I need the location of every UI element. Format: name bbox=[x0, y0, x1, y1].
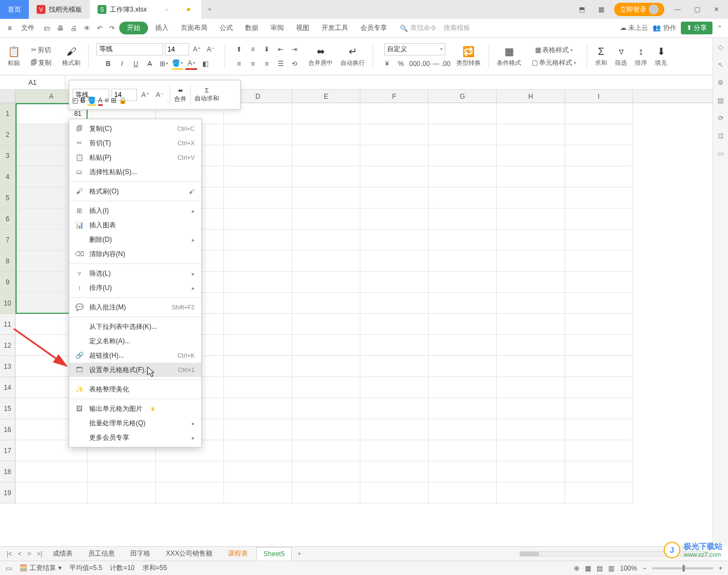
cell[interactable] bbox=[88, 461, 156, 482]
h-scrollbar[interactable] bbox=[520, 551, 708, 557]
cell[interactable] bbox=[292, 419, 360, 440]
mini-align-icon[interactable]: ≡ bbox=[105, 96, 109, 106]
cell[interactable] bbox=[88, 482, 156, 503]
mini-sum-button[interactable]: Σ自动求和 bbox=[195, 87, 219, 103]
cell[interactable] bbox=[565, 251, 633, 272]
ctx-insert-chart[interactable]: 📊插入图表 bbox=[69, 218, 201, 232]
cell-style-button[interactable]: ▢ 单元格样式▾ bbox=[529, 57, 579, 69]
mini-shrink-icon[interactable]: A⁻ bbox=[154, 89, 166, 100]
cell[interactable] bbox=[292, 314, 360, 335]
inc-dec-icon[interactable]: .00→ bbox=[422, 58, 435, 70]
cell[interactable] bbox=[224, 482, 292, 503]
mini-merge-button[interactable]: ⬌合并 bbox=[174, 87, 186, 103]
percent-icon[interactable]: % bbox=[395, 58, 407, 70]
cell[interactable] bbox=[429, 293, 497, 314]
status-mode-icon[interactable]: ▭ bbox=[6, 564, 12, 572]
ctx-cut[interactable]: ✂剪切(T)Ctrl+X bbox=[69, 136, 201, 150]
mini-grow-icon[interactable]: A⁺ bbox=[139, 89, 151, 100]
cell[interactable] bbox=[292, 356, 360, 377]
cell[interactable] bbox=[360, 208, 429, 230]
cell[interactable] bbox=[224, 461, 292, 482]
add-sheet-button[interactable]: + bbox=[293, 550, 306, 558]
shrink-font-icon[interactable]: A⁻ bbox=[205, 43, 217, 55]
align-bot-icon[interactable]: ⬇ bbox=[261, 43, 273, 55]
cell[interactable] bbox=[429, 314, 497, 335]
cell[interactable] bbox=[360, 377, 429, 398]
redo-icon[interactable]: ↷ bbox=[107, 22, 117, 34]
row-header[interactable]: 13 bbox=[0, 356, 16, 377]
cell[interactable] bbox=[429, 166, 497, 187]
mini-border-icon[interactable]: ⊞ bbox=[111, 96, 116, 106]
cell[interactable] bbox=[429, 398, 497, 419]
share-button[interactable]: ⬆ 分享 bbox=[681, 22, 712, 34]
cell[interactable] bbox=[429, 461, 497, 482]
cell[interactable] bbox=[224, 335, 292, 356]
wrap-button[interactable]: ↵自动换行 bbox=[338, 40, 367, 73]
cell[interactable] bbox=[497, 272, 565, 293]
cell[interactable] bbox=[292, 377, 360, 398]
row-header[interactable]: 3 bbox=[0, 145, 16, 166]
row-header[interactable]: 14 bbox=[0, 377, 16, 398]
undo-icon[interactable]: ↶ bbox=[95, 22, 105, 34]
sort-button[interactable]: ↕排序 bbox=[633, 40, 649, 73]
cell[interactable] bbox=[429, 251, 497, 272]
merge-button[interactable]: ⬌合并居中 bbox=[306, 40, 335, 73]
sheet-tab-3[interactable]: XXX公司销售额 bbox=[159, 546, 220, 561]
row-header[interactable]: 7 bbox=[0, 230, 16, 251]
sheet-nav-last[interactable]: >| bbox=[34, 550, 44, 558]
fill-color-icon[interactable]: 🪣▾ bbox=[171, 58, 184, 70]
maximize-button[interactable]: ▢ bbox=[691, 3, 704, 16]
mini-highlight-icon[interactable]: ◰ bbox=[72, 96, 78, 106]
type-convert-button[interactable]: 🔁类型转换 bbox=[454, 40, 483, 73]
cell[interactable] bbox=[224, 187, 292, 208]
cell[interactable] bbox=[565, 335, 633, 356]
mini-bold-icon[interactable]: B bbox=[80, 96, 85, 106]
font-size-select[interactable] bbox=[165, 43, 189, 55]
side-select-icon[interactable]: ↖ bbox=[718, 61, 724, 69]
menu-data[interactable]: 数据 bbox=[240, 21, 263, 35]
cell[interactable] bbox=[360, 293, 429, 314]
cell[interactable] bbox=[224, 166, 292, 187]
cell[interactable] bbox=[497, 419, 565, 440]
cell[interactable] bbox=[360, 251, 429, 272]
preview-icon[interactable]: 👁 bbox=[82, 22, 93, 34]
cell[interactable] bbox=[224, 356, 292, 377]
cell[interactable] bbox=[224, 272, 292, 293]
cell[interactable] bbox=[565, 419, 633, 440]
strike-icon[interactable]: A̶ bbox=[144, 58, 156, 70]
mini-fill-icon[interactable]: 🪣 bbox=[88, 96, 96, 106]
cell[interactable] bbox=[224, 440, 292, 461]
menu-insert[interactable]: 插入 bbox=[150, 21, 174, 35]
cell[interactable] bbox=[565, 272, 633, 293]
eraser-icon[interactable]: ◧ bbox=[199, 58, 211, 70]
table-style-button[interactable]: ▦ 表格样式▾ bbox=[532, 44, 576, 57]
ctx-more-vip[interactable]: 更多会员专享▸ bbox=[69, 430, 201, 445]
cell[interactable] bbox=[565, 293, 633, 314]
sheet-tab-2[interactable]: 田字格 bbox=[123, 546, 157, 561]
ctx-to-image[interactable]: 🖼输出单元格为图片♛ bbox=[69, 401, 201, 416]
cell[interactable] bbox=[16, 482, 88, 503]
align-top-icon[interactable]: ⬆ bbox=[233, 43, 245, 55]
cell[interactable] bbox=[292, 208, 360, 230]
cell[interactable] bbox=[292, 335, 360, 356]
brush-group[interactable]: 🖌格式刷 bbox=[60, 40, 83, 73]
cell[interactable] bbox=[360, 419, 429, 440]
cell[interactable] bbox=[360, 461, 429, 482]
cell[interactable] bbox=[565, 398, 633, 419]
cond-format-button[interactable]: ▦条件格式 bbox=[495, 40, 523, 73]
cell[interactable] bbox=[497, 230, 565, 251]
row-header[interactable]: 1 bbox=[0, 103, 16, 124]
cell[interactable] bbox=[429, 377, 497, 398]
cell[interactable] bbox=[292, 293, 360, 314]
cell[interactable] bbox=[156, 461, 224, 482]
border-icon[interactable]: ⊞▾ bbox=[157, 58, 170, 70]
row-header[interactable]: 15 bbox=[0, 398, 16, 419]
cell[interactable] bbox=[292, 166, 360, 187]
side-style-icon[interactable]: ▤ bbox=[717, 96, 724, 104]
cell[interactable] bbox=[429, 124, 497, 145]
indent-inc-icon[interactable]: ⇥ bbox=[288, 43, 301, 55]
ctx-filter[interactable]: ▿筛选(L)▸ bbox=[69, 266, 201, 281]
coop-button[interactable]: 👥 协作 bbox=[653, 23, 676, 33]
row-header[interactable]: 6 bbox=[0, 208, 16, 230]
view-page-icon[interactable]: ▤ bbox=[597, 564, 603, 572]
